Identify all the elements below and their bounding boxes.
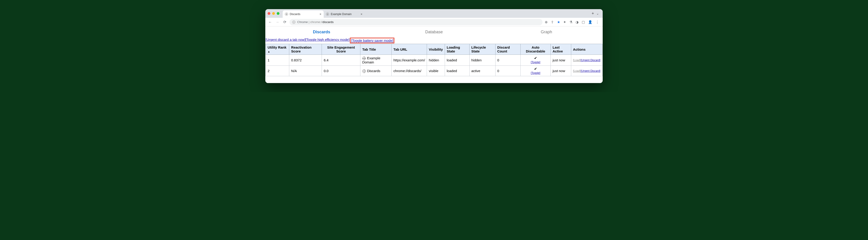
zoom-icon[interactable]: ⊕ <box>545 20 548 24</box>
toggle-discardable-link[interactable]: Toggle <box>531 61 540 64</box>
cell-tab-title: Discards <box>361 66 392 76</box>
side-panel-icon[interactable]: ▢ <box>582 20 585 24</box>
col-visibility[interactable]: Visibility <box>427 44 445 55</box>
highlighted-action: Toggle battery saver mode <box>350 38 394 43</box>
col-utility-rank[interactable]: Utility Rank ▲ <box>266 44 289 55</box>
cell-reactivation-score: N/A <box>289 66 322 76</box>
minimize-window-button[interactable] <box>272 12 275 15</box>
cell-site-engagement-score: 0.0 <box>322 66 361 76</box>
url-separator: | <box>309 20 310 24</box>
cell-tab-url: https://example.com/ <box>392 55 427 66</box>
page-content: DiscardsDatabaseGraph Urgent discard a t… <box>265 27 603 83</box>
close-tab-icon[interactable]: × <box>319 12 321 16</box>
cell-utility-rank: 1 <box>266 55 289 66</box>
globe-icon <box>362 69 366 73</box>
close-window-button[interactable] <box>268 12 270 15</box>
cell-reactivation-score: 0.8372 <box>289 55 322 66</box>
subtab-graph[interactable]: Graph <box>490 27 603 38</box>
col-lifecycle-state[interactable]: Lifecycle State <box>469 44 495 55</box>
col-discard-count[interactable]: Discard Count <box>495 44 520 55</box>
check-icon: ✔ <box>522 56 549 60</box>
devtools-icon[interactable]: ◑ <box>576 20 579 24</box>
cell-last-active: just now <box>551 66 571 76</box>
page-subtabs: DiscardsDatabaseGraph <box>265 27 603 38</box>
browser-toolbar: ← → ⟳ Chrome | chrome://discards ⊕ ⇧ ★ ✦… <box>265 18 603 27</box>
browser-tab[interactable]: Example Domain× <box>324 10 365 18</box>
site-info-icon[interactable] <box>292 21 296 24</box>
close-tab-icon[interactable]: × <box>361 12 363 16</box>
cell-loading-state: loaded <box>445 66 469 76</box>
forward-button: → <box>275 20 280 25</box>
reload-button[interactable]: ⟳ <box>282 20 287 25</box>
share-icon[interactable]: ⇧ <box>551 20 554 24</box>
browser-tab[interactable]: Discards× <box>283 10 324 18</box>
load-link: Load <box>573 69 581 72</box>
address-bar[interactable]: Chrome | chrome://discards <box>289 19 542 25</box>
new-tab-button[interactable]: + <box>589 11 596 16</box>
urgent-discard-link[interactable]: Urgent Discard <box>581 69 600 72</box>
cell-visibility: visible <box>427 66 445 76</box>
globe-icon <box>326 12 329 16</box>
cell-lifecycle-state: hidden <box>469 55 495 66</box>
labs-icon[interactable]: ⚗ <box>569 20 572 24</box>
toggle-discardable-link[interactable]: Toggle <box>531 71 540 74</box>
discards-table: Utility Rank ▲ Reactivation Score Site E… <box>266 44 602 76</box>
url-host-dim: chrome:// <box>310 20 322 24</box>
tab-title: Discards <box>290 12 301 16</box>
titlebar: Discards×Example Domain× + ⌄ <box>265 9 603 18</box>
menu-icon[interactable]: ⋮ <box>596 20 599 24</box>
url-path: discards <box>322 20 334 24</box>
urgent-discard-link[interactable]: Urgent Discard <box>581 59 600 62</box>
cell-last-active: just now <box>551 55 571 66</box>
cell-discard-count: 0 <box>495 66 520 76</box>
globe-icon <box>285 12 288 16</box>
cell-auto-discardable: ✔Toggle <box>520 55 551 66</box>
col-tab-url[interactable]: Tab URL <box>392 44 427 55</box>
table-header-row: Utility Rank ▲ Reactivation Score Site E… <box>266 44 602 55</box>
col-actions[interactable]: Actions <box>571 44 602 55</box>
col-loading-state[interactable]: Loading State <box>445 44 469 55</box>
bookmark-star-icon[interactable]: ★ <box>557 20 560 24</box>
cell-site-engagement-score: 6.4 <box>322 55 361 66</box>
back-button[interactable]: ← <box>268 20 273 25</box>
window-controls <box>268 12 279 15</box>
cell-discard-count: 0 <box>495 55 520 66</box>
cell-tab-title: Example Domain <box>361 55 392 66</box>
cell-tab-url: chrome://discards/ <box>392 66 427 76</box>
tab-title-text: Discards <box>367 69 380 73</box>
maximize-window-button[interactable] <box>277 12 279 15</box>
tab-strip: Discards×Example Domain× <box>283 9 589 18</box>
tab-overflow-button[interactable]: ⌄ <box>596 12 600 15</box>
browser-window: Discards×Example Domain× + ⌄ ← → ⟳ Chrom… <box>265 9 603 83</box>
check-icon: ✔ <box>522 67 549 71</box>
subtab-discards[interactable]: Discards <box>265 27 378 38</box>
action-links-row: Urgent discard a tab nowToggle high effi… <box>265 38 603 44</box>
cell-loading-state: loaded <box>445 55 469 66</box>
toggle-high-efficiency-link[interactable]: Toggle high efficiency mode <box>305 38 349 43</box>
load-link: Load <box>573 59 581 62</box>
table-row: 10.83726.4Example Domainhttps://example.… <box>266 55 602 66</box>
toolbar-actions: ⊕ ⇧ ★ ✦ ⚗ ◑ ▢ 👤 ⋮ <box>545 20 600 24</box>
col-tab-title[interactable]: Tab Title <box>361 44 392 55</box>
col-reactivation-score[interactable]: Reactivation Score <box>289 44 322 55</box>
cell-lifecycle-state: active <box>469 66 495 76</box>
col-label: Utility Rank <box>268 46 286 49</box>
urgent-discard-link[interactable]: Urgent discard a tab now <box>266 38 305 43</box>
table-row: 2N/A0.0Discardschrome://discards/visible… <box>266 66 602 76</box>
extensions-icon[interactable]: ✦ <box>563 20 566 24</box>
col-last-active[interactable]: Last Active <box>551 44 571 55</box>
toggle-battery-saver-link[interactable]: Toggle battery saver mode <box>351 38 393 42</box>
url-scheme-label: Chrome <box>297 20 308 24</box>
cell-visibility: hidden <box>427 55 445 66</box>
col-site-engagement-score[interactable]: Site Engagement Score <box>322 44 361 55</box>
cell-auto-discardable: ✔Toggle <box>520 66 551 76</box>
cell-actions: LoadUrgent Discard <box>571 55 602 66</box>
globe-icon <box>362 57 366 60</box>
subtab-database[interactable]: Database <box>378 27 490 38</box>
cell-actions: LoadUrgent Discard <box>571 66 602 76</box>
cell-utility-rank: 2 <box>266 66 289 76</box>
profile-avatar-icon[interactable]: 👤 <box>588 20 592 24</box>
tab-title: Example Domain <box>331 12 351 16</box>
col-auto-discardable[interactable]: Auto Discardable <box>520 44 551 55</box>
sort-asc-icon: ▲ <box>268 50 270 53</box>
